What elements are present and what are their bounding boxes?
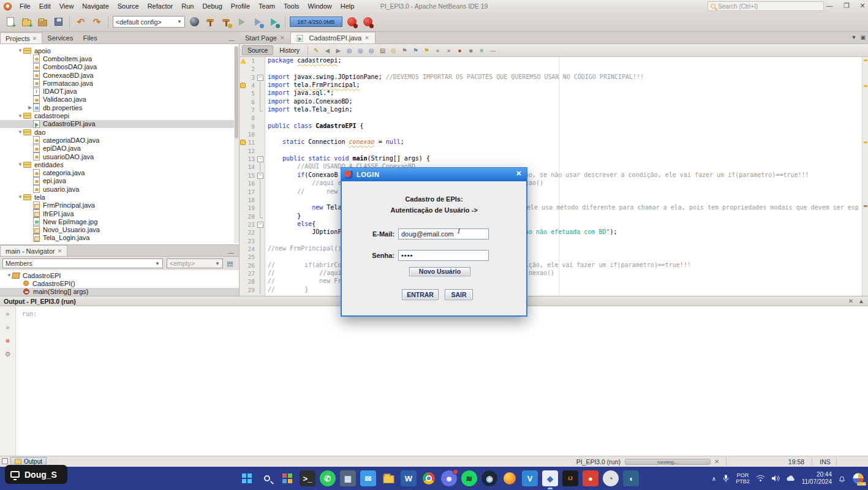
app-gray-icon[interactable]: ◔ [603, 470, 619, 486]
tree-item-epidao-java[interactable]: epiDAO.java [0, 145, 239, 153]
tree-item-formatacao-java[interactable]: Formatacao.java [0, 79, 239, 87]
vscode-icon[interactable]: V [522, 470, 538, 486]
tab-files[interactable]: Files [78, 32, 102, 43]
start-icon[interactable] [239, 470, 255, 486]
microphone-icon[interactable] [722, 474, 730, 483]
intellij-icon[interactable]: IJ [562, 470, 578, 486]
tree-item-ifrepi-java[interactable]: IfrEPI.java [0, 209, 239, 217]
menu-profile[interactable]: Profile [227, 1, 254, 11]
minimize-panel-icon[interactable]: — [228, 37, 235, 43]
tree-chevron-icon[interactable]: ▶ [27, 105, 33, 110]
new-file-button[interactable] [4, 15, 17, 29]
tree-item-novo-usuario-java[interactable]: Novo_Usuario.java [0, 226, 239, 234]
app-red-icon[interactable]: ● [583, 470, 598, 486]
memory-meter[interactable]: 187.4/250.0MB [290, 17, 342, 27]
tab-services[interactable]: Services [42, 32, 78, 43]
output-console[interactable]: run: [16, 306, 868, 456]
chrome-icon[interactable] [421, 470, 437, 486]
members-combo[interactable]: Members ▼ [2, 258, 163, 268]
open-project-button[interactable] [36, 15, 49, 29]
editor-tab-cadastroepi-java[interactable]: CadastroEPI.java✕ [291, 32, 376, 43]
menu-edit[interactable]: Edit [35, 1, 55, 11]
forward-icon[interactable]: ▶ [333, 45, 344, 55]
tree-item-frmprincipal-java[interactable]: FrmPrincipal.java [0, 202, 239, 209]
history-view-button[interactable]: History [274, 46, 304, 55]
stop-run-icon[interactable]: ■ [6, 337, 10, 344]
spotify-icon[interactable]: ≋ [461, 470, 477, 486]
menu-file[interactable]: File [15, 1, 35, 11]
minimize-panel-icon[interactable]: — [228, 249, 234, 256]
profile-project-button[interactable] [267, 15, 281, 29]
notification-bell-icon[interactable] [838, 475, 846, 483]
firefox-icon[interactable] [502, 470, 518, 486]
uncomment-icon[interactable]: — [488, 45, 498, 55]
email-field[interactable]: doug@email.com [398, 228, 489, 239]
last-edited-icon[interactable]: ✎ [311, 45, 322, 55]
terminal-icon[interactable]: >_ [300, 470, 315, 486]
minimize-button[interactable]: — [822, 0, 837, 11]
wifi-icon[interactable] [756, 475, 765, 482]
language-indicator[interactable]: PORPTB2 [736, 472, 750, 484]
close-button[interactable]: ✕ [855, 0, 868, 11]
tab-list-chevron-icon[interactable]: ▼ [851, 34, 857, 40]
tree-item-conexaobd-java[interactable]: ConexaoBD.java [0, 71, 239, 79]
close-dialog-icon[interactable]: ✕ [516, 170, 522, 178]
stripe-warning-mark[interactable] [864, 85, 867, 87]
fold-collapse-icon[interactable] [257, 221, 263, 228]
find-selection-icon[interactable]: ◎ [344, 45, 355, 55]
menu-refactor[interactable]: Refactor [143, 1, 178, 11]
tab-projects[interactable]: Projects✕ [0, 32, 42, 43]
progress-bar[interactable]: running... [625, 459, 711, 465]
tree-item-combosdao-java[interactable]: CombosDAO.java [0, 63, 239, 71]
search-icon[interactable] [259, 470, 275, 486]
calculator-icon[interactable]: ▦ [340, 470, 356, 486]
clean-build-button[interactable] [219, 15, 233, 29]
volume-icon[interactable] [771, 475, 780, 482]
netbeans-icon[interactable]: ◆ [542, 470, 558, 486]
start-macro-icon[interactable]: ● [455, 45, 465, 55]
menu-team[interactable]: Team [254, 1, 279, 11]
login-dialog-titlebar[interactable]: LOGIN ✕ [341, 168, 527, 181]
tree-chevron-icon[interactable]: ▼ [17, 113, 23, 119]
tree-item-usuariodao-java[interactable]: usuarioDAO.java [0, 153, 239, 160]
widgets-icon[interactable]: LIVE [852, 472, 864, 484]
restore-group-icon[interactable] [2, 458, 8, 464]
tree-chevron-icon[interactable]: ▼ [17, 162, 23, 167]
clock[interactable]: 20:4411/07/2024 [802, 471, 832, 486]
sair-button[interactable]: SAIR [445, 289, 473, 300]
tree-item-idaot-java[interactable]: IDAOT.java [0, 87, 239, 95]
maximize-editor-icon[interactable]: ▣ [860, 34, 866, 40]
back-icon[interactable]: ◀ [322, 45, 333, 55]
warning-icon[interactable] [240, 58, 246, 64]
globe-icon[interactable] [187, 15, 201, 29]
close-icon[interactable]: ✕ [58, 248, 62, 254]
tree-item-cadastroepi-java[interactable]: CadastroEPI.java [0, 120, 239, 128]
shift-left-icon[interactable]: « [432, 45, 443, 55]
navigator-item-cadastroepi-[interactable]: CadastroEPI() [0, 279, 239, 287]
rerun-icon[interactable]: » [6, 310, 9, 317]
select-in-projects-icon[interactable]: ▤ [377, 45, 388, 55]
close-icon[interactable]: ✕ [364, 35, 369, 41]
navigator-item-main-string-args-[interactable]: main(String[] args) [0, 288, 239, 296]
fold-collapse-icon[interactable] [257, 74, 263, 81]
next-bookmark-icon[interactable]: ⚑ [410, 45, 421, 55]
stop-macro-icon[interactable]: ■ [466, 45, 476, 55]
tree-item-apoio[interactable]: ▼apoio [0, 47, 239, 55]
fold-collapse-icon[interactable] [257, 155, 263, 163]
onedrive-cloud-icon[interactable] [786, 475, 796, 482]
stop-process-2-button[interactable] [361, 15, 374, 29]
tree-chevron-icon[interactable]: ▼ [17, 129, 23, 135]
word-icon[interactable]: W [401, 470, 417, 486]
senha-field[interactable]: •••• [398, 250, 489, 261]
tree-item-dao[interactable]: ▼dao [0, 128, 239, 136]
debug-project-button[interactable] [251, 15, 265, 29]
stop-process-button[interactable] [345, 15, 358, 29]
explorer-icon[interactable] [380, 470, 396, 486]
tree-item-comboitem-java[interactable]: ComboItem.java [0, 55, 239, 62]
menu-debug[interactable]: Debug [198, 1, 226, 11]
tree-item-new-epiimage-jpg[interactable]: New EpiImage.jpg [0, 217, 239, 225]
menu-source[interactable]: Source [113, 1, 143, 11]
previous-bookmark-icon[interactable]: ⚑ [399, 45, 410, 55]
entrar-button[interactable]: ENTRAR [402, 289, 439, 300]
menu-view[interactable]: View [55, 1, 78, 11]
